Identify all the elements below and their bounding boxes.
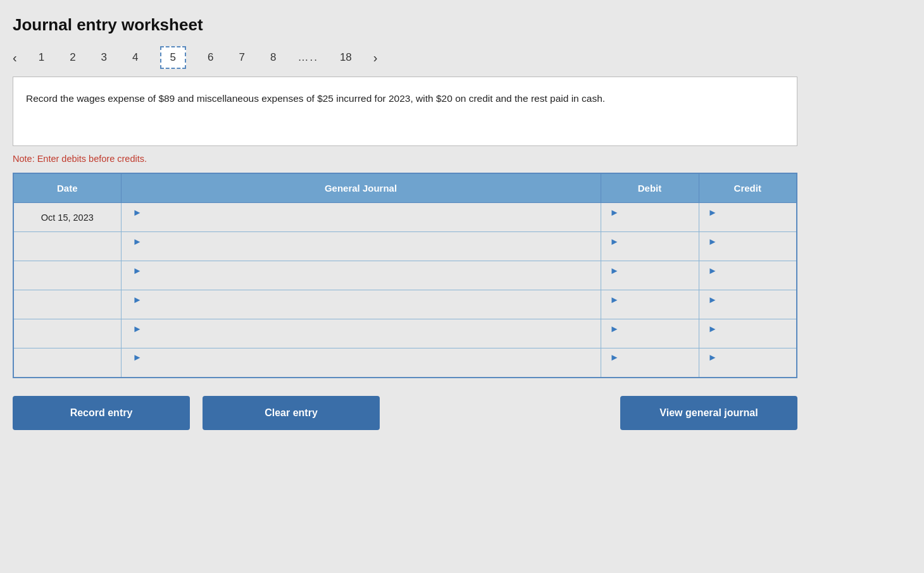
date-cell-5 (13, 319, 121, 348)
date-cell-2 (13, 232, 121, 261)
page-dots: ….. (297, 51, 318, 64)
prev-arrow[interactable]: ‹ (13, 51, 17, 65)
date-cell-6 (13, 348, 121, 378)
credit-input-2[interactable] (708, 247, 797, 257)
debit-arrow-2: ► (610, 236, 620, 247)
page-4[interactable]: 4 (128, 50, 142, 65)
view-general-journal-button[interactable]: View general journal (620, 396, 797, 430)
instruction-box: Record the wages expense of $89 and misc… (13, 77, 797, 146)
page-8[interactable]: 8 (266, 50, 280, 65)
gj-arrow-4: ► (133, 294, 142, 305)
credit-input-5[interactable] (708, 335, 797, 345)
gj-arrow-5: ► (133, 323, 142, 334)
debit-input-3[interactable] (610, 276, 699, 286)
credit-arrow-6: ► (708, 352, 718, 362)
gj-arrow-6: ► (133, 352, 142, 362)
instruction-text: Record the wages expense of $89 and misc… (26, 93, 605, 104)
table-row: Oct 15, 2023 ► ► ► (13, 203, 797, 232)
debit-arrow-5: ► (610, 323, 620, 334)
col-header-date: Date (13, 173, 121, 203)
credit-cell-6[interactable]: ► (699, 348, 797, 378)
credit-arrow-2: ► (708, 236, 718, 247)
debit-cell-5[interactable]: ► (601, 319, 699, 348)
table-row: ► ► ► (13, 319, 797, 348)
credit-cell-5[interactable]: ► (699, 319, 797, 348)
page-3[interactable]: 3 (97, 50, 111, 65)
debit-arrow-6: ► (610, 352, 620, 362)
pagination: ‹ 1 2 3 4 5 6 7 8 ….. 18 › (13, 46, 911, 69)
debit-arrow-3: ► (610, 265, 620, 276)
debit-cell-3[interactable]: ► (601, 261, 699, 290)
gj-arrow-1: ► (133, 207, 142, 218)
page-7[interactable]: 7 (235, 50, 248, 65)
journal-table: Date General Journal Debit Credit Oct 15… (13, 173, 797, 378)
table-row: ► ► ► (13, 261, 797, 290)
page-2[interactable]: 2 (66, 50, 79, 65)
debit-arrow-4: ► (610, 294, 620, 305)
buttons-row: Record entry Clear entry View general jo… (13, 396, 797, 430)
debit-cell-2[interactable]: ► (601, 232, 699, 261)
debit-cell-4[interactable]: ► (601, 290, 699, 319)
gj-cell-2[interactable]: ► (121, 232, 601, 261)
debit-cell-6[interactable]: ► (601, 348, 699, 378)
page-title: Journal entry worksheet (13, 15, 911, 35)
date-cell-1: Oct 15, 2023 (13, 203, 121, 232)
debit-input-1[interactable] (610, 218, 699, 228)
page-5-active[interactable]: 5 (160, 46, 186, 69)
gj-input-4[interactable] (133, 305, 601, 316)
debit-input-5[interactable] (610, 335, 699, 345)
table-row: ► ► ► (13, 232, 797, 261)
page-18[interactable]: 18 (336, 50, 356, 65)
record-entry-button[interactable]: Record entry (13, 396, 190, 430)
note-text: Note: Enter debits before credits. (13, 154, 911, 164)
credit-cell-4[interactable]: ► (699, 290, 797, 319)
page-1[interactable]: 1 (35, 50, 48, 65)
next-arrow[interactable]: › (373, 51, 378, 65)
gj-cell-4[interactable]: ► (121, 290, 601, 319)
credit-arrow-5: ► (708, 323, 718, 334)
debit-input-4[interactable] (610, 305, 699, 316)
credit-arrow-3: ► (708, 265, 718, 276)
gj-cell-5[interactable]: ► (121, 319, 601, 348)
debit-input-6[interactable] (610, 363, 699, 373)
debit-arrow-1: ► (610, 207, 620, 218)
credit-input-6[interactable] (708, 363, 797, 373)
date-cell-4 (13, 290, 121, 319)
credit-input-4[interactable] (708, 305, 797, 316)
gj-input-5[interactable] (133, 335, 601, 345)
credit-arrow-1: ► (708, 207, 718, 218)
credit-cell-2[interactable]: ► (699, 232, 797, 261)
gj-input-6[interactable] (133, 363, 601, 373)
gj-input-1[interactable] (133, 218, 601, 228)
date-cell-3 (13, 261, 121, 290)
gj-cell-1[interactable]: ► (121, 203, 601, 232)
credit-arrow-4: ► (708, 294, 718, 305)
credit-cell-3[interactable]: ► (699, 261, 797, 290)
gj-input-2[interactable] (133, 247, 601, 257)
clear-entry-button[interactable]: Clear entry (203, 396, 380, 430)
gj-arrow-2: ► (133, 236, 142, 247)
debit-input-2[interactable] (610, 247, 699, 257)
col-header-debit: Debit (601, 173, 699, 203)
gj-input-3[interactable] (133, 276, 601, 286)
gj-cell-6[interactable]: ► (121, 348, 601, 378)
credit-input-3[interactable] (708, 276, 797, 286)
page-6[interactable]: 6 (204, 50, 217, 65)
credit-input-1[interactable] (708, 218, 797, 228)
col-header-gj: General Journal (121, 173, 601, 203)
credit-cell-1[interactable]: ► (699, 203, 797, 232)
debit-cell-1[interactable]: ► (601, 203, 699, 232)
gj-cell-3[interactable]: ► (121, 261, 601, 290)
col-header-credit: Credit (699, 173, 797, 203)
table-row: ► ► ► (13, 290, 797, 319)
gj-arrow-3: ► (133, 265, 142, 276)
table-row: ► ► ► (13, 348, 797, 378)
